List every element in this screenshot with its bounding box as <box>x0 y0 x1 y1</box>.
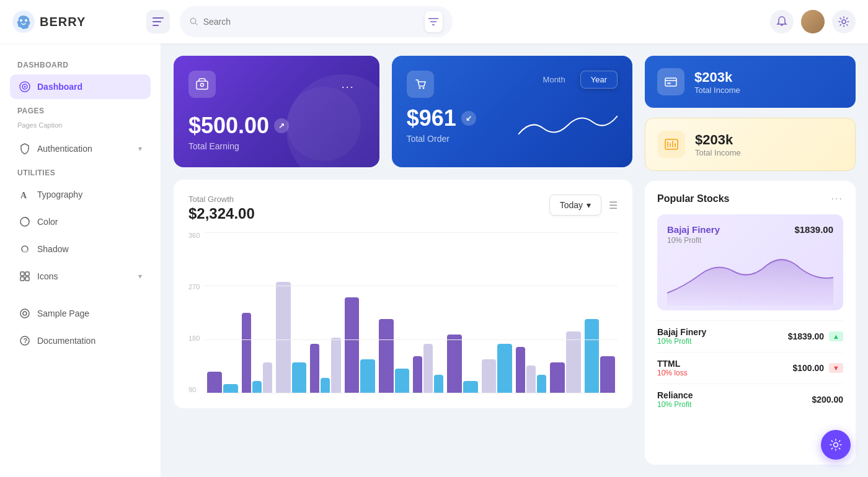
sidebar-typography-label: Typography <box>37 190 82 199</box>
shadow-icon <box>19 243 31 255</box>
today-button[interactable]: Today ▾ <box>549 195 601 216</box>
sidebar-item-icons[interactable]: Icons ▾ <box>10 264 151 289</box>
settings-button[interactable] <box>832 10 856 33</box>
svg-rect-22 <box>25 277 29 281</box>
bar-group-10 <box>516 347 546 393</box>
stocks-menu-icon[interactable]: ··· <box>831 193 843 204</box>
bar-purple <box>242 313 251 393</box>
stock-row-reliance: Reliance 10% Profit $200.00 <box>657 383 843 415</box>
stock-bajaj-profit: 10% Profit <box>657 337 706 346</box>
y-label-90: 90 <box>188 387 200 393</box>
search-input[interactable] <box>203 17 420 27</box>
notification-button[interactable] <box>770 10 794 33</box>
stock-ttml-info: TTML 10% loss <box>657 359 688 377</box>
order-wave-chart <box>518 107 618 144</box>
sidebar-item-shadow[interactable]: Shadow <box>10 237 151 261</box>
svg-point-2 <box>25 19 27 22</box>
year-toggle-button[interactable]: Year <box>580 71 618 89</box>
svg-rect-20 <box>25 272 29 276</box>
earning-label: Total Earning <box>188 141 365 151</box>
bar-purple <box>447 335 462 393</box>
bar-light <box>423 344 433 393</box>
income-yellow-amount: $203k <box>695 132 741 148</box>
stock-reliance-profit: 10% Profit <box>657 400 693 409</box>
dropdown-arrow-icon: ▾ <box>587 200 591 210</box>
svg-point-23 <box>20 309 29 318</box>
stock-ttml-badge: ▼ <box>829 363 843 373</box>
bar-blue <box>497 344 512 393</box>
stock-reliance-name: Reliance <box>657 390 693 400</box>
stock-reliance-right: $200.00 <box>812 395 843 405</box>
svg-rect-31 <box>665 78 676 86</box>
income-card-blue: $203k Total Income <box>645 56 856 108</box>
income-yellow-label: Total Income <box>695 148 741 157</box>
fab-button[interactable] <box>821 430 851 460</box>
svg-rect-4 <box>153 21 161 22</box>
bar-light <box>263 362 272 393</box>
month-toggle-button[interactable]: Month <box>533 71 575 88</box>
stock-bajaj-badge: ▲ <box>829 331 843 341</box>
avatar[interactable] <box>801 10 825 33</box>
sidebar-section-dashboard: Dashboard <box>10 56 151 72</box>
search-filter-button[interactable] <box>425 11 443 32</box>
sidebar-item-authentication[interactable]: Authentication ▾ <box>10 136 151 161</box>
filter-icon <box>428 17 438 26</box>
sidebar-icons-label: Icons <box>37 271 58 281</box>
content-area: ··· $500.00 ↗ Total Earning <box>161 43 868 477</box>
svg-text:?: ? <box>24 337 28 344</box>
svg-rect-33 <box>665 139 678 149</box>
bar-group-2 <box>242 313 272 393</box>
svg-rect-3 <box>153 17 164 19</box>
search-icon <box>190 17 198 27</box>
bar-purple <box>379 319 394 393</box>
svg-point-30 <box>422 87 424 89</box>
gear-icon <box>838 16 849 27</box>
stock-ttml-name: TTML <box>657 359 688 369</box>
bar-blue <box>537 375 546 393</box>
menu-button[interactable] <box>146 10 170 33</box>
svg-line-7 <box>195 23 197 25</box>
svg-rect-5 <box>153 25 159 26</box>
search-bar <box>180 6 453 37</box>
up-arrow-icon: ↗ <box>274 118 289 133</box>
svg-rect-32 <box>667 82 671 84</box>
stock-bajaj-info: Bajaj Finery 10% Profit <box>657 327 706 346</box>
bar-purple <box>600 356 615 393</box>
bajaj-chart <box>667 250 833 305</box>
bar-purple <box>413 356 422 393</box>
bajaj-price: $1839.00 <box>794 224 833 235</box>
order-card-icon <box>407 71 434 98</box>
y-label-270: 270 <box>188 284 200 291</box>
logo-icon <box>12 11 35 33</box>
earning-card-menu[interactable]: ··· <box>342 81 355 94</box>
stock-bajaj-right: $1839.00 ▲ <box>788 331 843 341</box>
income-blue-label: Total Income <box>694 85 740 95</box>
sample-page-icon <box>19 307 31 320</box>
sidebar-docs-label: Documentation <box>37 336 95 346</box>
income-blue-amount: $203k <box>694 69 740 85</box>
stock-reliance-info: Reliance 10% Profit <box>657 390 693 409</box>
dashboard-icon <box>19 81 31 93</box>
earning-amount: $500.00 ↗ <box>188 113 365 139</box>
sidebar-item-color[interactable]: Color <box>10 209 151 234</box>
sidebar: Dashboard Dashboard Pages Pages Caption … <box>0 43 161 477</box>
bar-group-7 <box>413 344 443 393</box>
down-arrow-icon: ↙ <box>461 111 476 126</box>
bar-blue <box>292 362 307 393</box>
auth-chevron-icon: ▾ <box>138 144 142 153</box>
icons-chevron-icon: ▾ <box>138 272 142 281</box>
bajaj-top: Bajaj Finery 10% Profit $1839.00 <box>667 224 833 245</box>
sidebar-item-dashboard[interactable]: Dashboard <box>10 74 151 99</box>
svg-point-29 <box>418 87 420 89</box>
chart-menu-icon[interactable]: ☰ <box>609 199 618 211</box>
bar-purple <box>207 372 222 393</box>
sidebar-item-typography[interactable]: A Typography <box>10 182 151 207</box>
sidebar-item-documentation[interactable]: ? Documentation <box>10 328 151 353</box>
chart-header: Total Growth $2,324.00 Today ▾ ☰ <box>188 195 618 222</box>
sidebar-item-sample-page[interactable]: Sample Page <box>10 301 151 326</box>
y-label-360: 360 <box>188 232 200 239</box>
svg-point-28 <box>201 84 204 87</box>
content-left: ··· $500.00 ↗ Total Earning <box>174 56 632 465</box>
stock-bajaj-name: Bajaj Finery <box>657 327 706 337</box>
stock-row-ttml: TTML 10% loss $100.00 ▼ <box>657 352 843 383</box>
